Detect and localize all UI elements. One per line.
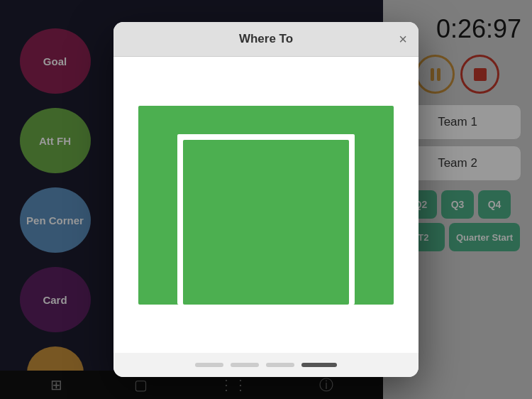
modal-content	[113, 57, 419, 353]
page-dot-3[interactable]	[266, 363, 294, 367]
modal-footer	[113, 353, 419, 377]
where-to-modal: Where To ×	[113, 22, 419, 377]
modal-header: Where To ×	[113, 22, 419, 57]
goal-inner-green	[183, 140, 349, 305]
goal-field-diagram[interactable]	[138, 106, 394, 305]
page-dot-1[interactable]	[195, 363, 223, 367]
modal-title: Where To	[239, 32, 293, 46]
page-dot-4-active[interactable]	[301, 363, 337, 367]
page-dot-2[interactable]	[231, 363, 259, 367]
modal-close-button[interactable]: ×	[399, 32, 407, 46]
modal-overlay: Where To ×	[0, 0, 532, 399]
